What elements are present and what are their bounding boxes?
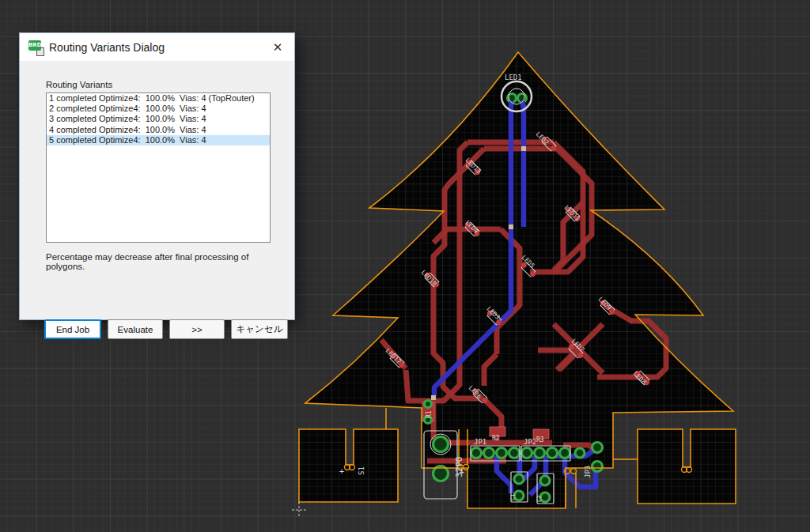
ref-designator: JP3 (584, 466, 592, 478)
variant-row[interactable]: 5 completed Optimize4: 100.0% Vias: 4 (47, 135, 270, 145)
dialog-title: Routing Variants Dialog (49, 41, 269, 54)
ref-designator: JP1 (474, 438, 486, 446)
evaluate-button[interactable]: Evaluate (108, 319, 163, 339)
cancel-button[interactable]: キャンセル (231, 319, 288, 339)
routing-variants-label: Routing Variants (46, 80, 112, 89)
dialog-buttons: End Job Evaluate >> キャンセル (44, 319, 288, 339)
ref-designator: C1 (510, 494, 517, 500)
variant-row[interactable]: 2 completed Optimize4: 100.0% Vias: 4 (47, 104, 270, 114)
dialog-body: Routing Variants 1 completed Optimize4: … (20, 61, 294, 319)
ref-designator: + (460, 468, 464, 477)
variant-row[interactable]: 3 completed Optimize4: 100.0% Vias: 4 (47, 114, 270, 124)
routing-variants-listbox[interactable]: 1 completed Optimize4: 100.0% Vias: 4 (T… (46, 92, 271, 243)
ref-designator: R1 (426, 410, 433, 418)
ref-designator: R2 (492, 435, 500, 442)
ref-designator: S1 (358, 466, 365, 475)
app-window: { "window": { "title": "Routing Variants… (0, 0, 810, 532)
routing-variants-dialog: BRD Routing Variants Dialog ✕ Routing Va… (19, 32, 295, 320)
ref-designator: R3 (536, 436, 544, 443)
close-icon[interactable]: ✕ (269, 39, 286, 56)
variant-row[interactable]: 1 completed Optimize4: 100.0% Vias: 4 (T… (47, 93, 270, 104)
polygon-note: Percentage may decrease after final proc… (46, 252, 283, 271)
dialog-titlebar[interactable]: BRD Routing Variants Dialog ✕ (20, 33, 294, 61)
ref-designator: C2 (536, 496, 543, 502)
ref-designator: LED1 (505, 74, 522, 81)
end-job-button[interactable]: End Job (44, 319, 101, 339)
ref-designator: + (339, 467, 344, 476)
variant-row[interactable]: 4 completed Optimize4: 100.0% Vias: 4 (47, 125, 270, 135)
brd-file-icon: BRD (28, 40, 43, 55)
next-variant-button[interactable]: >> (169, 319, 225, 339)
ref-designator: JP2 (524, 438, 536, 446)
